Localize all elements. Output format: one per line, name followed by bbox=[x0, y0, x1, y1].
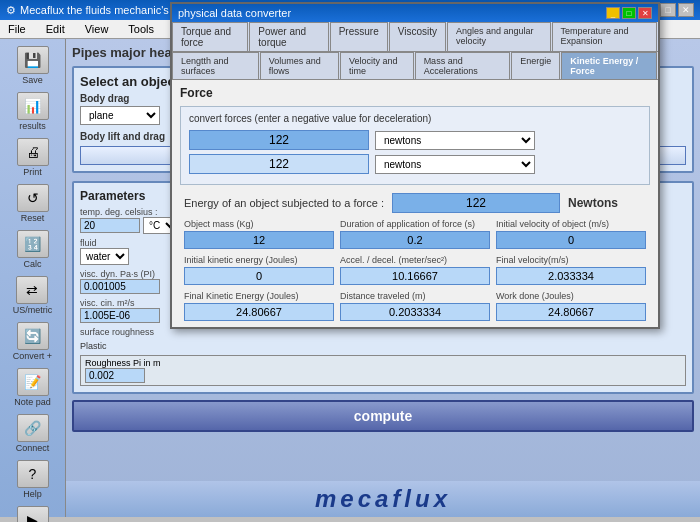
input-mass-cell: Object mass (Kg) bbox=[184, 219, 334, 249]
tab-volumes[interactable]: Volumes and flows bbox=[260, 52, 339, 79]
save-icon[interactable]: 💾 bbox=[17, 46, 49, 74]
dialog-close-btn[interactable]: ✕ bbox=[638, 7, 652, 19]
convert-forces-box: convert forces (enter a negative value f… bbox=[180, 106, 650, 185]
tab-pressure[interactable]: Pressure bbox=[330, 22, 388, 51]
result-distance-cell: Distance traveled (m) 0.2033334 bbox=[340, 291, 490, 321]
tab-temperature[interactable]: Temperature and Expansion bbox=[552, 22, 657, 51]
save-label: Save bbox=[22, 75, 43, 85]
tab-velocity[interactable]: Velocity and time bbox=[340, 52, 414, 79]
result-work-value: 24.80667 bbox=[496, 303, 646, 321]
close-btn[interactable]: ✕ bbox=[678, 3, 694, 17]
temp-input[interactable] bbox=[80, 218, 140, 233]
convert-title: convert forces (enter a negative value f… bbox=[189, 113, 641, 124]
result-accel-value: 10.16667 bbox=[340, 267, 490, 285]
dialog-content: Force convert forces (enter a negative v… bbox=[172, 80, 658, 327]
tab-length[interactable]: Lengtth and surfaces bbox=[172, 52, 259, 79]
help-label: Help bbox=[23, 489, 42, 499]
force-input[interactable] bbox=[189, 130, 369, 150]
tab-viscosity[interactable]: Viscosity bbox=[389, 22, 446, 51]
input-velocity-field[interactable] bbox=[496, 231, 646, 249]
compute-btn[interactable]: compute bbox=[72, 400, 694, 432]
sidebar: 💾 Save 📊 results 🖨 Print ↺ Reset 🔢 Calc … bbox=[0, 39, 66, 517]
result-initial-ke-value: 0 bbox=[184, 267, 334, 285]
usmetric-icon[interactable]: ⇄ bbox=[16, 276, 48, 304]
visc-dyn-input[interactable] bbox=[80, 279, 160, 294]
input-mass-label: Object mass (Kg) bbox=[184, 219, 334, 229]
result-initial-ke-cell: Initial kinetic energy (Joules) 0 bbox=[184, 255, 334, 285]
result-work-label: Work done (Joules) bbox=[496, 291, 646, 301]
result-final-ke-cell: Final Kinetic Energy (Joules) 24.80667 bbox=[184, 291, 334, 321]
tabs-row2: Lengtth and surfaces Volumes and flows V… bbox=[172, 52, 658, 80]
force-output-unit-select[interactable]: newtons kilonewtons pounds-force bbox=[375, 155, 535, 174]
reset-icon[interactable]: ↺ bbox=[17, 184, 49, 212]
energy-section: Energy of an object subjected to a force… bbox=[180, 193, 650, 321]
reset-label: Reset bbox=[21, 213, 45, 223]
notepad-icon[interactable]: 📝 bbox=[17, 368, 49, 396]
menu-edit[interactable]: Edit bbox=[42, 22, 69, 36]
result-grid: Initial kinetic energy (Joules) 0 Accel.… bbox=[184, 255, 646, 321]
input-grid: Object mass (Kg) Duration of application… bbox=[184, 219, 646, 249]
menu-file[interactable]: File bbox=[4, 22, 30, 36]
result-final-vel-label: Final velocity(m/s) bbox=[496, 255, 646, 265]
maximize-btn[interactable]: □ bbox=[660, 3, 676, 17]
tab-angles[interactable]: Angles and angular velocity bbox=[447, 22, 551, 51]
convert-row-1: newtons kilonewtons pounds-force dyne kg… bbox=[189, 130, 641, 150]
roughness-box: Roughness Pi in m bbox=[80, 355, 686, 386]
calc-icon[interactable]: 🔢 bbox=[17, 230, 49, 258]
calc-label: Calc bbox=[23, 259, 41, 269]
tab-power-torque[interactable]: Power and torque bbox=[249, 22, 328, 51]
tab-torque-force[interactable]: Torque and force bbox=[172, 22, 248, 51]
energy-title: Energy of an object subjected to a force… bbox=[184, 193, 646, 213]
app-icon: ⚙ bbox=[6, 4, 16, 17]
mecaflux-text: mecaflux bbox=[315, 485, 451, 513]
body-drag-select[interactable]: plane bbox=[80, 106, 160, 125]
result-work-cell: Work done (Joules) 24.80667 bbox=[496, 291, 646, 321]
tab-kinetic[interactable]: Kinetic Energy / Force bbox=[561, 52, 657, 79]
main-content: 💾 Save 📊 results 🖨 Print ↺ Reset 🔢 Calc … bbox=[0, 39, 700, 517]
result-distance-value: 0.2033334 bbox=[340, 303, 490, 321]
input-duration-field[interactable] bbox=[340, 231, 490, 249]
force-unit-select[interactable]: newtons kilonewtons pounds-force dyne kg… bbox=[375, 131, 535, 150]
connect-icon[interactable]: 🔗 bbox=[17, 414, 49, 442]
result-accel-cell: Accel. / decel. (meter/sec²) 10.16667 bbox=[340, 255, 490, 285]
tab-energie[interactable]: Energie bbox=[511, 52, 560, 79]
result-distance-label: Distance traveled (m) bbox=[340, 291, 490, 301]
plastic-label: Plastic bbox=[80, 341, 686, 351]
visc-cin-input[interactable] bbox=[80, 308, 160, 323]
result-final-vel-value: 2.033334 bbox=[496, 267, 646, 285]
input-velocity-label: Initial velocity of object (m/s) bbox=[496, 219, 646, 229]
fluid-select[interactable]: water bbox=[80, 248, 129, 265]
force-section-title: Force bbox=[180, 86, 650, 100]
bottom-bar: mecaflux bbox=[66, 481, 700, 517]
help-icon[interactable]: ? bbox=[17, 460, 49, 488]
result-final-ke-value: 24.80667 bbox=[184, 303, 334, 321]
tab-mass[interactable]: Mass and Accelerations bbox=[415, 52, 511, 79]
dialog-maximize-btn[interactable]: □ bbox=[622, 7, 636, 19]
convert-label: Convert + bbox=[13, 351, 52, 361]
menu-tools[interactable]: Tools bbox=[124, 22, 158, 36]
energy-value-input[interactable] bbox=[392, 193, 560, 213]
connect-label: Connect bbox=[16, 443, 50, 453]
dialog-title: physical data converter bbox=[178, 7, 291, 19]
print-icon[interactable]: 🖨 bbox=[17, 138, 49, 166]
results-icon[interactable]: 📊 bbox=[17, 92, 49, 120]
input-mass-field[interactable] bbox=[184, 231, 334, 249]
input-velocity-cell: Initial velocity of object (m/s) bbox=[496, 219, 646, 249]
roughness-label: Roughness Pi in m bbox=[85, 358, 681, 368]
result-final-vel-cell: Final velocity(m/s) 2.033334 bbox=[496, 255, 646, 285]
result-initial-ke-label: Initial kinetic energy (Joules) bbox=[184, 255, 334, 265]
tabs-row1: Torque and force Power and torque Pressu… bbox=[172, 22, 658, 52]
force-output bbox=[189, 154, 369, 174]
roughness-input[interactable] bbox=[85, 368, 145, 383]
dialog-minimize-btn[interactable]: _ bbox=[606, 7, 620, 19]
convert-icon[interactable]: 🔄 bbox=[17, 322, 49, 350]
dialog-title-bar: physical data converter _ □ ✕ bbox=[172, 4, 658, 22]
menu-view[interactable]: View bbox=[81, 22, 113, 36]
input-duration-label: Duration of application of force (s) bbox=[340, 219, 490, 229]
dialog: physical data converter _ □ ✕ Torque and… bbox=[170, 2, 660, 329]
result-final-ke-label: Final Kinetic Energy (Joules) bbox=[184, 291, 334, 301]
notepad-label: Note pad bbox=[14, 397, 51, 407]
showhow-icon[interactable]: ▶ bbox=[17, 506, 49, 522]
result-accel-label: Accel. / decel. (meter/sec²) bbox=[340, 255, 490, 265]
print-label: Print bbox=[23, 167, 42, 177]
